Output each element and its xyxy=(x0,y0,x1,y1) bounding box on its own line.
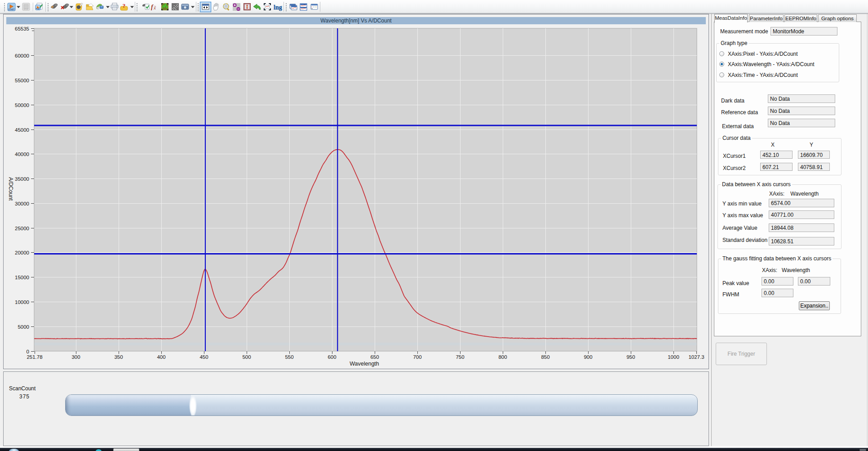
svg-text:500: 500 xyxy=(242,354,251,360)
svg-text:40000: 40000 xyxy=(15,152,29,157)
svg-text:1000: 1000 xyxy=(668,354,679,360)
svg-text:35000: 35000 xyxy=(15,176,29,182)
svg-text:350: 350 xyxy=(114,354,123,360)
svg-text:65535: 65535 xyxy=(15,26,29,31)
svg-text:0: 0 xyxy=(27,349,29,354)
svg-text:25000: 25000 xyxy=(15,226,29,231)
svg-text:START: START xyxy=(8,9,15,11)
svg-text:55000: 55000 xyxy=(15,78,29,83)
svg-text:650: 650 xyxy=(370,354,379,360)
svg-text:700: 700 xyxy=(413,354,421,360)
svg-text:x̃: x̃ xyxy=(153,5,156,10)
svg-text:PLAY: PLAY xyxy=(36,8,40,10)
svg-text:▪: ▪ xyxy=(315,5,316,8)
svg-text:▪: ▪ xyxy=(313,5,314,8)
svg-text:30000: 30000 xyxy=(15,201,29,206)
svg-text:60000: 60000 xyxy=(15,53,29,58)
svg-text:50000: 50000 xyxy=(15,103,29,108)
svg-text:15000: 15000 xyxy=(15,275,29,280)
svg-text:800: 800 xyxy=(498,354,507,360)
svg-text:▪: ▪ xyxy=(312,5,313,8)
svg-text:850: 850 xyxy=(541,354,549,360)
svg-text:20000: 20000 xyxy=(15,250,29,255)
svg-text:750: 750 xyxy=(456,354,464,360)
svg-text:10000: 10000 xyxy=(15,299,29,305)
svg-text:5000: 5000 xyxy=(18,324,29,330)
svg-text:1027.3: 1027.3 xyxy=(688,354,704,360)
svg-text:A/DCount: A/DCount xyxy=(8,177,14,201)
svg-text:550: 550 xyxy=(285,354,293,360)
svg-text:950: 950 xyxy=(626,354,635,360)
svg-text:STOP: STOP xyxy=(24,8,29,10)
svg-text:45000: 45000 xyxy=(15,127,29,133)
svg-text:900: 900 xyxy=(584,354,592,360)
svg-text:450: 450 xyxy=(199,354,208,360)
svg-text:300: 300 xyxy=(71,354,80,360)
svg-text:251.78: 251.78 xyxy=(27,354,42,360)
svg-text:600: 600 xyxy=(328,354,336,360)
svg-text:▪: ▪ xyxy=(316,5,317,8)
svg-text:?: ? xyxy=(123,2,126,9)
svg-text:400: 400 xyxy=(157,354,165,360)
svg-text:lng: lng xyxy=(274,4,282,11)
svg-text:Wavelength: Wavelength xyxy=(350,361,379,367)
